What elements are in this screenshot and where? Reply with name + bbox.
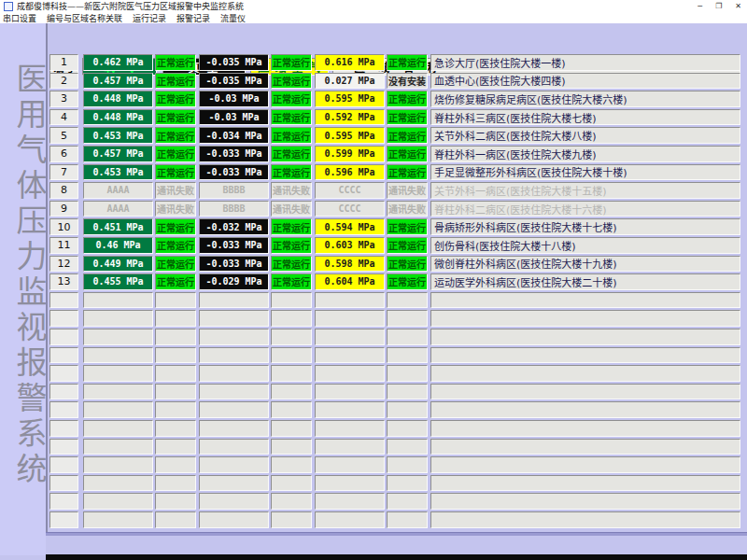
row-10-vacuum-status: 正常运行 [271, 218, 312, 235]
empty-row-2-air-value [315, 310, 385, 327]
maximize-button[interactable]: ❐ [715, 0, 722, 12]
row-12-air-status: 正常运行 [387, 256, 428, 273]
minimize-button[interactable]: ─ [698, 0, 702, 12]
row-3-vacuum-status: 正常运行 [271, 91, 312, 107]
empty-row-2-area-name [430, 310, 740, 327]
menu-run-log[interactable]: 运行记录 [133, 12, 166, 24]
row-5-id: 5 [49, 127, 78, 144]
empty-row-6-air-status [387, 384, 428, 400]
empty-row-12-air-value [315, 493, 385, 510]
menu-flow-meter[interactable]: 流量仪 [220, 12, 246, 24]
row-11-air-value: 0.603 MPa [315, 237, 385, 254]
empty-row-3-vacuum-value [199, 329, 269, 345]
row-4-vacuum-status: 正常运行 [271, 109, 312, 126]
empty-row-4-oxygen-value [83, 347, 153, 364]
empty-row-11-vacuum-status [271, 475, 312, 492]
empty-row-2-id [49, 310, 78, 327]
row-5-vacuum-status: 正常运行 [271, 127, 312, 144]
row-10-oxygen-status: 正常运行 [155, 218, 196, 235]
empty-row-1-id [49, 292, 78, 309]
empty-row-5-vacuum-value [199, 365, 269, 382]
row-10-vacuum-value: -0.032 MPa [199, 218, 269, 235]
empty-row-10-vacuum-value [199, 456, 269, 473]
row-1-id: 1 [49, 54, 78, 71]
row-6-oxygen-status: 正常运行 [155, 146, 196, 162]
row-9-air-status: 通讯失败 [387, 201, 428, 217]
row-6-air-status: 正常运行 [387, 146, 428, 162]
menu-id-area-mapping[interactable]: 编号与区域名称关联 [47, 12, 122, 24]
row-8-air-value: CCCC [315, 182, 385, 199]
client-area: 医用气体压力监视报警系统 编号 氧 气 真 空 压 缩 空 气 区 域 名 称 … [0, 23, 747, 560]
row-11-area-name: 创伤骨科(医技住院大楼十八楼) [430, 237, 740, 254]
empty-row-13-vacuum-value [199, 511, 269, 528]
system-title-vertical: 医用气体压力监视报警系统 [7, 63, 51, 488]
row-4-air-value: 0.592 MPa [315, 109, 385, 126]
empty-row-1-oxygen-value [83, 292, 153, 309]
row-3-air-value: 0.595 MPa [315, 91, 385, 107]
empty-row-8-vacuum-value [199, 420, 269, 437]
empty-row-8-air-value [315, 420, 385, 437]
row-9-air-value: CCCC [315, 201, 385, 217]
row-2-area-name: 血透中心(医技住院大楼四楼) [430, 73, 740, 90]
row-12-oxygen-value: 0.449 MPa [83, 256, 153, 273]
row-10-air-value: 0.594 MPa [315, 218, 385, 235]
empty-row-7-oxygen-value [83, 401, 153, 418]
row-2-oxygen-status: 正常运行 [155, 73, 196, 90]
empty-row-12-air-status [387, 493, 428, 510]
close-button[interactable]: ✕ [735, 0, 741, 12]
empty-row-8-air-status [387, 420, 428, 437]
empty-row-2-air-status [387, 310, 428, 327]
row-6-area-name: 脊柱外科一病区(医技住院大楼九楼) [430, 146, 740, 162]
row-10-area-name: 骨病矫形外科病区(医技住院大楼十七楼) [430, 218, 740, 235]
row-10-id: 10 [49, 218, 78, 235]
empty-row-13-oxygen-value [83, 511, 153, 528]
row-6-id: 6 [49, 146, 78, 162]
table-bottom-divider [46, 532, 747, 536]
empty-row-13-air-status [387, 511, 428, 528]
row-1-air-value: 0.616 MPa [315, 54, 385, 71]
empty-row-11-oxygen-value [83, 475, 153, 492]
empty-row-10-vacuum-status [271, 456, 312, 473]
row-1-air-status: 正常运行 [387, 54, 428, 71]
empty-row-5-oxygen-status [155, 365, 196, 382]
app-icon [4, 2, 13, 11]
row-8-vacuum-status: 通讯失败 [271, 182, 312, 199]
empty-row-13-area-name [430, 511, 740, 528]
empty-row-9-id [49, 439, 78, 455]
empty-row-7-vacuum-value [199, 401, 269, 418]
row-13-oxygen-status: 正常运行 [155, 273, 196, 290]
empty-row-7-oxygen-status [155, 401, 196, 418]
empty-row-3-air-value [315, 329, 385, 345]
empty-row-2-vacuum-value [199, 310, 269, 327]
empty-row-2-oxygen-status [155, 310, 196, 327]
empty-row-1-air-value [315, 292, 385, 309]
empty-row-5-air-status [387, 365, 428, 382]
row-11-air-status: 正常运行 [387, 237, 428, 254]
row-7-id: 7 [49, 164, 78, 181]
empty-row-7-air-value [315, 401, 385, 418]
row-5-air-value: 0.595 MPa [315, 127, 385, 144]
empty-row-2-vacuum-status [271, 310, 312, 327]
row-4-vacuum-value: -0.03 MPa [199, 109, 269, 126]
row-12-vacuum-value: -0.033 MPa [199, 256, 269, 273]
row-2-oxygen-value: 0.457 MPa [83, 73, 153, 90]
row-10-air-status: 正常运行 [387, 218, 428, 235]
row-3-area-name: 烧伤修复糖尿病足病区(医技住院大楼六楼) [430, 91, 740, 107]
row-2-air-status: 没有安装 [387, 73, 428, 90]
empty-row-11-id [49, 475, 78, 492]
row-8-area-name: 关节外科一病区(医技住院大楼十五楼) [430, 182, 740, 199]
sidebar: 医用气体压力监视报警系统 [0, 23, 46, 555]
row-3-oxygen-value: 0.448 MPa [83, 91, 153, 107]
menu-serial-settings[interactable]: 串口设置 [3, 12, 36, 24]
empty-row-1-vacuum-value [199, 292, 269, 309]
row-11-id: 11 [49, 237, 78, 254]
row-2-id: 2 [49, 73, 78, 90]
row-5-area-name: 关节外科二病区(医技住院大楼八楼) [430, 127, 740, 144]
empty-row-13-oxygen-status [155, 511, 196, 528]
row-8-id: 8 [49, 182, 78, 199]
empty-row-5-id [49, 365, 78, 382]
empty-row-9-air-status [387, 439, 428, 455]
empty-row-9-oxygen-status [155, 439, 196, 455]
menu-alarm-log[interactable]: 报警记录 [176, 12, 210, 24]
row-5-oxygen-status: 正常运行 [155, 127, 196, 144]
